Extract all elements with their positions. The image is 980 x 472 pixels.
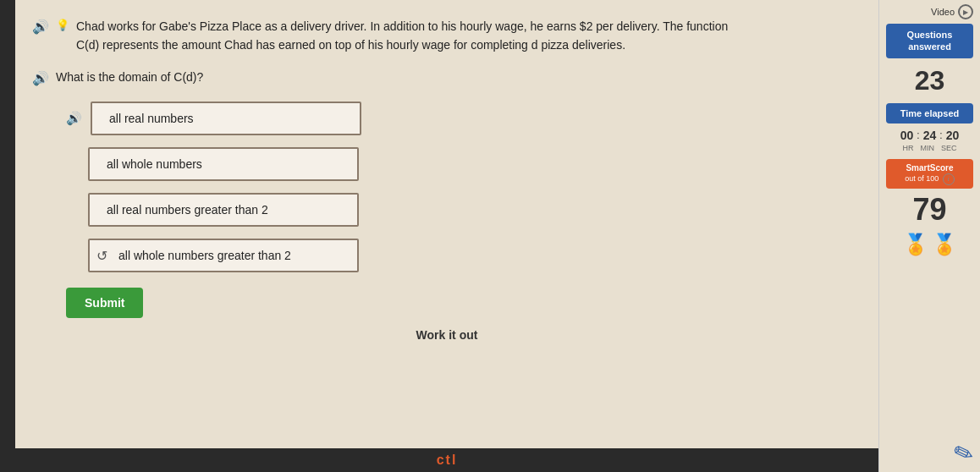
play-circle-icon: ▶ (958, 4, 973, 19)
timer-min-label: MIN (920, 144, 934, 152)
question-text: Chad works for Gabe's Pizza Place as a d… (76, 17, 736, 55)
answer-label-4: all whole numbers greater than 2 (118, 249, 291, 262)
speaker-icon-a1[interactable]: 🔊 (66, 111, 82, 126)
time-elapsed-box: Time elapsed (886, 103, 973, 123)
timer-mins: 24 (923, 129, 937, 142)
answer-label-2: all whole numbers (107, 157, 202, 171)
timer-display: 00 : 24 : 20 (900, 129, 959, 142)
answer-label-1: all real numbers (109, 112, 194, 125)
time-elapsed-label: Time elapsed (900, 108, 960, 118)
work-it-out-label: Work it out (416, 328, 478, 342)
right-sidebar: Video ▶ Questions answered 23 Time elaps… (878, 0, 980, 472)
work-it-out: Work it out (32, 328, 862, 342)
timer-sec-label: SEC (941, 144, 957, 152)
smart-score-number: 79 (912, 192, 946, 228)
speaker-icon-sub[interactable]: 🔊 (32, 70, 49, 86)
answer-option-3[interactable]: all real numbers greater than 2 (88, 193, 359, 227)
answer-row-4: ↺ all whole numbers greater than 2 (66, 239, 862, 272)
badge-icon-1: 🏅 (903, 233, 928, 256)
smart-score-sub: out of 100 i (893, 173, 966, 185)
left-bar (0, 0, 15, 472)
video-label: Video (931, 7, 955, 17)
questions-answered-label: Questions answered (907, 30, 953, 52)
pencil-icon[interactable]: ✎ (950, 437, 977, 470)
answer-option-4[interactable]: ↺ all whole numbers greater than 2 (88, 239, 359, 272)
answer-row-2: all whole numbers (66, 147, 862, 181)
info-icon[interactable]: i (943, 173, 955, 185)
answer-row-1: 🔊 all real numbers (66, 102, 862, 135)
sub-question: 🔊 What is the domain of C(d)? (32, 69, 862, 86)
submit-section: Submit (66, 288, 862, 318)
answer-label-3: all real numbers greater than 2 (107, 203, 268, 217)
timer-hr-label: HR (902, 144, 913, 152)
timer-labels: HR MIN SEC (902, 144, 956, 152)
smart-score-box: SmartScore out of 100 i (886, 159, 973, 189)
cursor-indicator: ↺ (96, 247, 107, 263)
questions-number: 23 (915, 65, 945, 96)
answer-row-3: all real numbers greater than 2 (66, 193, 862, 227)
brand-text: ctl (437, 453, 458, 468)
main-content: 🔊 💡 Chad works for Gabe's Pizza Place as… (15, 0, 878, 472)
questions-answered-box: Questions answered (886, 24, 973, 58)
badge-icon-2: 🏅 (932, 233, 957, 256)
video-button[interactable]: Video ▶ (931, 4, 973, 19)
speaker-icon-main[interactable]: 🔊 (32, 19, 49, 35)
answer-option-1[interactable]: all real numbers (91, 102, 361, 135)
badges: 🏅 🏅 (903, 233, 957, 256)
question-header: 🔊 💡 Chad works for Gabe's Pizza Place as… (32, 17, 862, 55)
answer-option-2[interactable]: all whole numbers (88, 147, 359, 181)
question-icon: 💡 (56, 19, 69, 31)
timer-secs: 20 (946, 129, 960, 142)
answers-section: 🔊 all real numbers all whole numbers all… (66, 102, 862, 272)
smart-score-label: SmartScore (893, 162, 966, 173)
submit-button[interactable]: Submit (66, 288, 143, 318)
bottom-bar: ctl (15, 448, 878, 472)
sub-question-text: What is the domain of C(d)? (56, 70, 203, 84)
timer-hours: 00 (900, 129, 914, 142)
